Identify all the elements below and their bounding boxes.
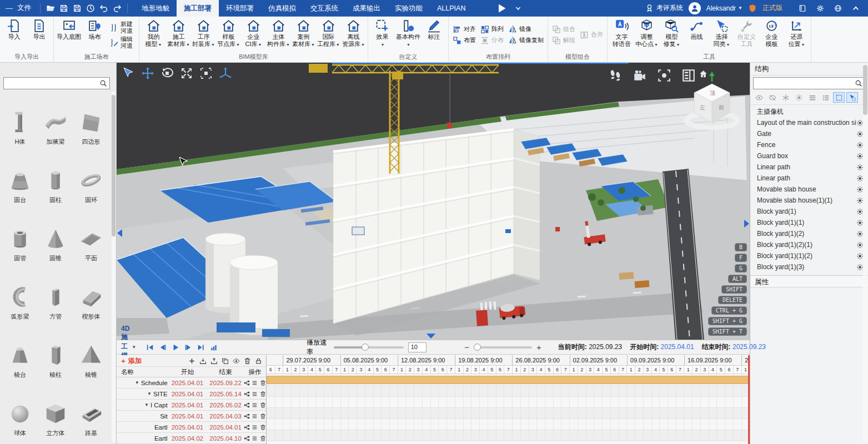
step-back-button[interactable] bbox=[159, 343, 168, 352]
rate-slider[interactable] bbox=[334, 346, 404, 349]
tree-item-block-yard-1-1-2[interactable]: Block yard(1)(1)(2) bbox=[750, 250, 868, 261]
file-menu[interactable]: 文件 bbox=[16, 3, 37, 13]
ribbon-my-models[interactable]: 我的模型▼ bbox=[141, 18, 166, 52]
skip-to-end-button[interactable] bbox=[197, 343, 206, 352]
shape-search-input[interactable] bbox=[4, 78, 99, 88]
tree-item-block-yard-1[interactable]: Block yard(1) bbox=[750, 206, 868, 217]
schedule-row[interactable]: ▼I Capt2025.04.012025.05.02 bbox=[117, 400, 266, 411]
scale-tool[interactable] bbox=[179, 66, 194, 80]
open-button[interactable] bbox=[44, 2, 57, 15]
shape-pipe[interactable]: 圆管 bbox=[2, 211, 38, 263]
review-system-button[interactable]: 考评系统 bbox=[645, 3, 683, 13]
lock-schedule-button[interactable] bbox=[255, 357, 263, 365]
ribbon-main-components[interactable]: 主体构件库▼ bbox=[266, 18, 291, 52]
ribbon-export[interactable]: 导出 bbox=[27, 18, 52, 52]
navcube-front-face[interactable]: 前 bbox=[719, 104, 724, 110]
ribbon-import[interactable]: 导入 bbox=[2, 18, 27, 52]
task-menu-button[interactable] bbox=[252, 412, 258, 420]
ribbon-template-nodes[interactable]: 样板节点库▼ bbox=[216, 18, 241, 52]
navcube-top-face[interactable]: 顶 bbox=[710, 90, 715, 96]
ribbon-array[interactable]: 阵列 bbox=[479, 25, 505, 34]
shape-truncated-cone[interactable]: 圆台 bbox=[2, 153, 38, 204]
tab-施工部署[interactable]: 施工部署 bbox=[177, 0, 219, 17]
frame-tool[interactable] bbox=[199, 66, 213, 80]
shape-frustum[interactable]: 棱台 bbox=[2, 328, 38, 379]
pan-right-arrow[interactable] bbox=[744, 220, 749, 228]
shape-cone[interactable]: 圆锥 bbox=[38, 211, 73, 263]
ribbon-basic-components[interactable]: 基本构件▼ bbox=[395, 18, 422, 52]
move-tool[interactable] bbox=[141, 66, 155, 80]
run-simulation-button[interactable] bbox=[496, 3, 507, 14]
collapse-ribbon-button[interactable] bbox=[849, 2, 862, 15]
structure-search-input[interactable] bbox=[754, 78, 855, 88]
ribbon-distribute[interactable]: 分布 bbox=[479, 36, 505, 45]
schedule-row[interactable]: Eartl2025.04.022025.04.10 bbox=[117, 433, 266, 444]
gantt-row[interactable] bbox=[267, 419, 750, 430]
scrollbar-thumb[interactable] bbox=[863, 65, 867, 115]
zoom-slider-thumb[interactable] bbox=[474, 344, 481, 351]
expand-caret-icon[interactable]: ▼ bbox=[147, 391, 152, 396]
ribbon-case-assets[interactable]: 案例素材库▼ bbox=[291, 18, 316, 52]
play-button[interactable] bbox=[172, 343, 180, 352]
redo-button[interactable] bbox=[111, 2, 124, 15]
viewport-3d[interactable]: 顶 左 前 BFGALTSHIFTDELETECTRL + GSHIFT + G… bbox=[117, 63, 750, 340]
link-task-button[interactable] bbox=[244, 379, 250, 386]
tab-ALLPIAN[interactable]: ALLPIAN bbox=[430, 0, 473, 17]
tab-地形地貌[interactable]: 地形地貌 bbox=[134, 0, 177, 17]
pan-down-arrow[interactable] bbox=[427, 334, 435, 339]
delete-task-button[interactable] bbox=[260, 379, 266, 386]
ribbon-import-basemap[interactable]: 导入底图 bbox=[56, 18, 82, 52]
shape-cylinder[interactable]: 圆柱 bbox=[38, 153, 73, 204]
copy-schedule-button[interactable] bbox=[222, 357, 229, 365]
light-toggle-button[interactable] bbox=[793, 92, 805, 103]
delete-task-button[interactable] bbox=[260, 401, 266, 408]
tree-item-block-yard-1-1[interactable]: Block yard(1)(1) bbox=[750, 217, 868, 228]
shape-h-body[interactable]: H体 bbox=[2, 95, 38, 146]
shape-sphere[interactable]: 球体 bbox=[2, 386, 38, 437]
ribbon-offline-resources[interactable]: 离线资源库▼ bbox=[341, 18, 366, 52]
expand-caret-icon[interactable]: ▼ bbox=[144, 402, 149, 407]
visibility-button[interactable] bbox=[233, 357, 240, 365]
ribbon-restore-position[interactable]: 还原位置▼ bbox=[784, 18, 809, 52]
ribbon-effects[interactable]: 效果▼ bbox=[370, 18, 395, 52]
orbit-tool[interactable] bbox=[160, 66, 174, 80]
ribbon-custom-tool[interactable]: 自定义工具 bbox=[734, 18, 759, 52]
language-button[interactable] bbox=[831, 2, 845, 15]
panel-scrollbar[interactable] bbox=[863, 64, 867, 442]
expand-list-button[interactable] bbox=[820, 92, 831, 103]
shape-arc-beam[interactable]: 弧形梁 bbox=[2, 270, 38, 321]
tree-item-linear-path[interactable]: Linear path bbox=[750, 162, 868, 173]
save-button[interactable] bbox=[57, 2, 71, 15]
shape-search-box[interactable] bbox=[3, 77, 110, 89]
gantt-row[interactable] bbox=[267, 386, 750, 397]
shape-ring[interactable]: 圆环 bbox=[73, 153, 109, 204]
run-options-chevron-icon[interactable] bbox=[515, 5, 521, 12]
shape-wedge[interactable]: 楔形体 bbox=[73, 270, 109, 321]
ribbon-new-river[interactable]: 新建河道 bbox=[108, 21, 136, 34]
show-selected-button[interactable] bbox=[753, 92, 765, 103]
shape-plane[interactable]: 平面 bbox=[73, 211, 109, 263]
ribbon-enterprise-template[interactable]: 企业模板 bbox=[759, 18, 784, 52]
new-item-button[interactable] bbox=[188, 357, 196, 365]
pick-mode-button[interactable] bbox=[846, 92, 858, 103]
shape-quadrilateral[interactable]: 四边形 bbox=[73, 95, 109, 146]
link-task-button[interactable] bbox=[244, 390, 250, 397]
task-menu-button[interactable] bbox=[252, 379, 258, 386]
link-task-button[interactable] bbox=[244, 435, 250, 442]
statistics-button[interactable] bbox=[210, 343, 219, 352]
ribbon-text-to-speech[interactable]: 文字转语音 bbox=[609, 18, 634, 52]
navcube-left-face[interactable]: 左 bbox=[700, 104, 705, 110]
link-task-button[interactable] bbox=[244, 412, 250, 420]
ribbon-place[interactable]: 布置 bbox=[451, 36, 477, 45]
ribbon-ungroup[interactable]: 解组 bbox=[551, 36, 576, 45]
current-time-marker[interactable] bbox=[748, 355, 750, 444]
tree-item-movable-slab-house[interactable]: Movable slab house bbox=[750, 184, 868, 195]
add-task-button[interactable]: ＋ 添加 bbox=[120, 356, 142, 366]
import-schedule-button[interactable] bbox=[199, 357, 207, 365]
navigation-cube[interactable]: 顶 左 前 bbox=[679, 72, 745, 133]
schedule-row[interactable]: Eartl2025.04.012025.04.01 bbox=[117, 422, 266, 433]
ribbon-site-layout[interactable]: 场布 bbox=[82, 18, 107, 52]
delete-task-button[interactable] bbox=[260, 435, 266, 442]
schedule-row[interactable]: ▼SITE2025.04.012025.05.14 bbox=[117, 389, 266, 400]
tree-item-block-yard-1-2-1[interactable]: Block yard(1)(2)(1) bbox=[750, 239, 868, 250]
